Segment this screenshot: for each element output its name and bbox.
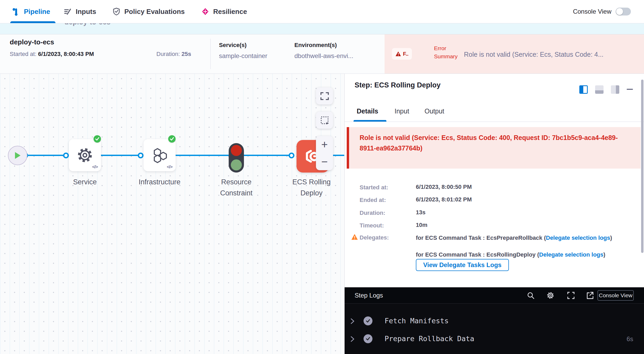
chevron-right-icon[interactable] <box>350 336 355 342</box>
tabs-divider <box>345 122 644 122</box>
error-summary-text: Role is not valid (Service: Ecs, Status … <box>464 51 640 58</box>
environments-value[interactable]: dbothwell-aws-envi... <box>294 52 353 60</box>
toggle-knob <box>616 8 623 15</box>
delegate-task-2: for ECS Command Task : EcsRollingDeploy … <box>416 251 634 259</box>
log-row-fetch-manifests[interactable]: Fetch Manifests <box>345 315 644 327</box>
canvas-zoom-panel: + − <box>316 136 333 170</box>
delegate-task-2-text: for ECS Command Task : EcsRollingDeploy … <box>416 251 539 258</box>
tab-policy-evaluations-label: Policy Evaluations <box>124 8 185 16</box>
started-at-label: Started at: <box>10 51 37 57</box>
delegates-warning-icon <box>351 234 358 240</box>
node-infrastructure[interactable]: </> <box>144 139 176 171</box>
tab-input[interactable]: Input <box>395 107 409 115</box>
code-glyph: </> <box>167 164 172 170</box>
layout-split-view-icon[interactable] <box>579 85 588 94</box>
delegate-selection-logs-link[interactable]: Delegate selection logs <box>539 251 604 258</box>
edge-dot <box>63 153 69 158</box>
tab-pipeline-label: Pipeline <box>24 8 50 16</box>
step-panel-title: Step: ECS Rolling Deploy <box>355 81 441 89</box>
marquee-selection-icon <box>320 116 329 125</box>
environments-label: Environment(s) <box>294 42 353 49</box>
tab-policy-evaluations[interactable]: Policy Evaluations <box>112 0 185 23</box>
edge-start-service <box>25 155 66 156</box>
tab-output[interactable]: Output <box>425 107 444 115</box>
zoom-in-button[interactable]: + <box>321 139 328 150</box>
zoom-out-button[interactable]: − <box>321 157 328 167</box>
chevron-right-icon[interactable] <box>350 318 355 324</box>
pipeline-execution-page: Pipeline Inputs Policy Evaluations <box>0 0 644 354</box>
pipeline-start-node[interactable] <box>8 146 27 165</box>
error-summary-label: Error Summary <box>434 44 466 60</box>
pipeline-icon <box>12 7 20 16</box>
shield-check-icon <box>112 7 121 16</box>
scrolled-banner-strip: deploy-to-ecs <box>0 23 644 34</box>
step-logs-title: Step Logs <box>355 292 383 299</box>
node-infrastructure-label: Infrastructure <box>128 176 191 188</box>
log-success-check-icon <box>364 316 372 325</box>
delegate-selection-logs-link[interactable]: Delegate selection logs <box>546 235 610 241</box>
tab-inputs-label: Inputs <box>76 8 96 16</box>
panel-minimize-icon[interactable] <box>627 89 633 90</box>
warning-triangle-icon <box>395 51 401 56</box>
delegate-task-1: for ECS Command Task : EcsPrepareRollbac… <box>416 234 634 242</box>
pipeline-name-title: deploy-to-ecs <box>10 38 54 46</box>
log-step-name: Prepare Rollback Data <box>385 335 474 343</box>
service-gear-icon <box>76 147 93 164</box>
canvas-marquee-select-button[interactable] <box>316 112 333 129</box>
tab-details[interactable]: Details <box>357 107 378 115</box>
open-external-icon[interactable] <box>586 291 594 299</box>
infrastructure-hexagons-icon <box>151 147 168 164</box>
header-divider <box>210 39 211 69</box>
log-row-prepare-rollback-data[interactable]: Prepare Rollback Data 6s <box>345 333 644 345</box>
pipeline-canvas[interactable]: </> Service </> Infrastructure <box>0 74 344 354</box>
search-icon[interactable] <box>527 291 535 299</box>
tab-resilience-label: Resilience <box>213 8 247 16</box>
tab-inputs[interactable]: Inputs <box>64 0 96 23</box>
traffic-light-red <box>231 145 242 156</box>
top-tab-bar: Pipeline Inputs Policy Evaluations <box>0 0 644 23</box>
step-error-banner: Role is not valid (Service: Ecs, Status … <box>347 127 641 169</box>
execution-header: deploy-to-ecs Started at: 6/1/2023, 8:00… <box>0 34 644 74</box>
console-view-toggle[interactable] <box>616 8 631 15</box>
traffic-light-green <box>231 159 242 170</box>
started-at-value: 6/1/2023, 8:00:43 PM <box>38 51 94 57</box>
logs-console-view-button[interactable]: Console View <box>597 290 634 301</box>
panel-scrollbar[interactable] <box>641 80 643 253</box>
timeout-value: 10m <box>416 222 427 228</box>
clipped-pipeline-name: deploy-to-ecs <box>64 23 111 26</box>
ended-at-value: 6/1/2023, 8:01:02 PM <box>416 196 472 203</box>
layout-bottom-view-icon[interactable] <box>595 85 604 94</box>
fullscreen-icon <box>320 92 329 101</box>
duration: Duration: 25s <box>156 51 191 58</box>
settings-gear-icon[interactable] <box>546 291 554 299</box>
step-logs-panel: Step Logs <box>345 287 644 354</box>
duration-value: 25s <box>181 51 191 57</box>
view-delegate-tasks-logs-button[interactable]: View Delegate Tasks Logs <box>416 259 509 271</box>
log-success-check-icon <box>364 334 372 343</box>
edge-service-infrastructure <box>98 155 141 156</box>
active-tab-underline <box>10 21 55 23</box>
tab-pipeline[interactable]: Pipeline <box>12 0 50 23</box>
node-resource-constraint[interactable] <box>229 143 244 173</box>
node-service[interactable]: </> <box>69 139 101 171</box>
node-ecs-rolling-deploy-label: ECS Rolling Deploy <box>285 176 338 199</box>
delegate-task-1-close: ) <box>610 235 612 241</box>
log-step-duration: 6s <box>627 335 633 343</box>
tab-resilience[interactable]: Resilience <box>201 0 247 23</box>
started-at-value: 6/1/2023, 8:00:50 PM <box>416 184 472 190</box>
success-check-badge <box>94 135 101 143</box>
node-resource-constraint-label: Resource Constraint <box>207 176 265 199</box>
services-value[interactable]: sample-container <box>219 52 267 60</box>
services-column: Service(s) sample-container <box>219 42 267 60</box>
edge-dot <box>138 153 144 158</box>
canvas-fit-view-button[interactable] <box>316 87 333 105</box>
duration-label: Duration: <box>156 51 180 57</box>
node-service-label: Service <box>59 176 111 188</box>
duration-label: Duration: <box>360 210 385 216</box>
inputs-icon <box>64 7 72 16</box>
delegate-task-2-close: ) <box>604 251 605 258</box>
started-at-label: Started at: <box>360 184 388 191</box>
code-glyph: </> <box>92 164 98 170</box>
layout-right-view-icon[interactable] <box>611 85 619 94</box>
fullscreen-icon[interactable] <box>567 291 575 299</box>
